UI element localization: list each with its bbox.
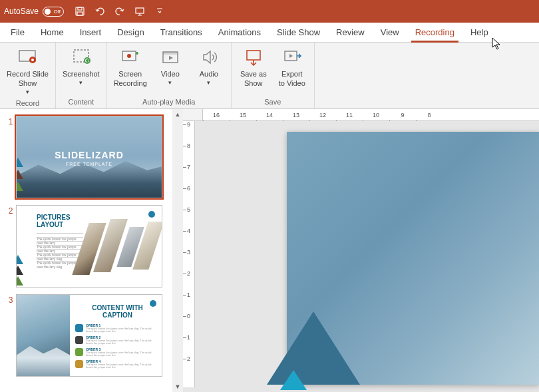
list-item: ORDER 2The quick brown fox jumps over th… <box>75 335 158 345</box>
menu-recording[interactable]: Recording <box>407 23 462 42</box>
slide-thumbnails-panel: 1 SLIDELIZARD FREE TEMPLATE 2 PICTURES L… <box>0 109 183 392</box>
svg-point-10 <box>127 54 131 58</box>
list-item: ORDER 1The quick brown fox jumps over th… <box>75 323 158 333</box>
video-icon <box>160 47 181 68</box>
slide1-subtitle: FREE TEMPLATE <box>17 162 162 166</box>
button-label: Screenshot <box>63 69 100 79</box>
menu-bar: FileHomeInsertDesignTransitionsAnimation… <box>0 23 539 43</box>
menu-file[interactable]: File <box>3 23 33 42</box>
svg-rect-2 <box>77 12 83 15</box>
svg-point-6 <box>31 59 34 61</box>
chevron-down-icon: ▾ <box>207 79 210 86</box>
button-label: Screen Recording <box>114 69 147 88</box>
autosave-switch[interactable]: Off <box>43 7 64 17</box>
ruler-tick: 12 <box>309 112 336 118</box>
thumbnails-scrollbar[interactable]: ▲ ▼ <box>172 109 183 392</box>
ruler-corner <box>183 109 203 121</box>
group-label: Save <box>234 97 311 108</box>
screenshot-icon <box>71 47 92 68</box>
export-to-video-button[interactable]: Export to Video <box>273 44 311 91</box>
svg-rect-3 <box>136 8 144 13</box>
svg-rect-1 <box>78 7 82 10</box>
ruler-tick: 2 <box>183 270 194 277</box>
ribbon: Record Slide Show▾RecordScreenshot▾Conte… <box>0 43 539 109</box>
scroll-up-icon[interactable]: ▲ <box>172 109 183 120</box>
ribbon-group-record: Record Slide Show▾Record <box>0 43 56 108</box>
group-label: Auto-play Media <box>110 97 228 108</box>
slide-thumbnail-2[interactable]: PICTURES LAYOUT The quick brown fox jump… <box>16 205 162 288</box>
redo-button[interactable] <box>110 3 129 20</box>
chevron-down-icon: ▾ <box>168 79 172 86</box>
screen-recording-button[interactable]: Screen Recording <box>110 44 151 91</box>
slide3-title: CONTENT WITH CAPTION <box>80 304 155 319</box>
record-slide-show-button[interactable]: Record Slide Show▾ <box>3 44 53 98</box>
button-label: Video <box>161 69 180 79</box>
ruler-tick: 0 <box>183 313 194 319</box>
thumbnail-row: 2 PICTURES LAYOUT The quick brown fox ju… <box>0 198 183 288</box>
ruler-tick: 7 <box>183 164 194 170</box>
slide-thumbnail-1[interactable]: SLIDELIZARD FREE TEMPLATE <box>16 116 162 198</box>
active-slide[interactable] <box>287 132 539 385</box>
slide-canvas[interactable]: 1615141312111098 987654321012 <box>183 109 539 392</box>
ruler-tick: 14 <box>256 112 283 118</box>
video-button[interactable]: Video▾ <box>151 44 190 89</box>
export-video-icon <box>281 47 303 68</box>
ruler-tick: 1 <box>183 334 194 341</box>
slide-thumbnail-3[interactable]: CONTENT WITH CAPTION ORDER 1The quick br… <box>16 294 162 377</box>
ruler-tick: 2 <box>183 355 194 362</box>
horizontal-ruler: 1615141312111098 <box>203 109 539 121</box>
ribbon-group-auto-play-media: Screen RecordingVideo▾Audio▾Auto-play Me… <box>107 43 232 108</box>
scroll-down-icon[interactable]: ▼ <box>172 381 183 392</box>
ruler-tick: 8 <box>416 112 443 118</box>
content-area: 1 SLIDELIZARD FREE TEMPLATE 2 PICTURES L… <box>0 109 539 392</box>
chevron-down-icon: ▾ <box>26 89 29 95</box>
present-button[interactable] <box>130 3 149 20</box>
menu-transitions[interactable]: Transitions <box>152 23 210 42</box>
menu-review[interactable]: Review <box>328 23 373 42</box>
menu-insert[interactable]: Insert <box>72 23 110 42</box>
button-label: Audio <box>200 69 218 79</box>
menu-help[interactable]: Help <box>462 23 496 42</box>
ruler-tick: 8 <box>183 142 194 149</box>
slide1-title: SLIDELIZARD <box>17 150 162 160</box>
button-label: Save as Show <box>240 69 267 88</box>
save-button[interactable] <box>71 3 89 20</box>
ruler-tick: 13 <box>283 112 309 118</box>
menu-view[interactable]: View <box>373 23 407 42</box>
ruler-tick: 6 <box>183 185 194 192</box>
ribbon-group-content: Screenshot▾Content <box>56 43 107 108</box>
screenshot-button[interactable]: Screenshot▾ <box>59 44 104 89</box>
autosave-label: AutoSave <box>4 7 39 16</box>
ruler-tick: 9 <box>389 112 416 118</box>
ruler-tick: 4 <box>183 228 194 234</box>
title-bar: AutoSave Off <box>0 0 539 23</box>
undo-button[interactable] <box>90 3 109 20</box>
ruler-tick: 10 <box>363 112 389 118</box>
menu-slide-show[interactable]: Slide Show <box>269 23 328 42</box>
quick-access-toolbar <box>71 3 169 20</box>
button-label: Record Slide Show <box>7 69 49 88</box>
ruler-tick: 9 <box>183 121 194 128</box>
record-slide-show-icon <box>17 47 38 68</box>
ruler-tick: 3 <box>183 249 194 256</box>
menu-design[interactable]: Design <box>109 23 152 42</box>
ribbon-group-save: Save as ShowExport to VideoSave <box>232 43 315 108</box>
vertical-ruler: 987654321012 <box>183 121 195 387</box>
audio-button[interactable]: Audio▾ <box>190 44 228 89</box>
menu-animations[interactable]: Animations <box>210 23 269 42</box>
save-as-show-button[interactable]: Save as Show <box>234 44 273 91</box>
list-item: ORDER 3The quick brown fox jumps over th… <box>75 347 158 357</box>
svg-rect-12 <box>163 52 178 55</box>
autosave-toggle[interactable]: AutoSave Off <box>4 7 64 17</box>
menu-home[interactable]: Home <box>33 23 72 42</box>
qat-customize[interactable] <box>150 3 169 20</box>
thumbnail-row: 3 CONTENT WITH CAPTION ORDER 1The quick … <box>0 288 183 377</box>
thumbnail-row: 1 SLIDELIZARD FREE TEMPLATE <box>0 109 183 198</box>
svg-rect-13 <box>247 51 260 60</box>
autosave-state: Off <box>54 9 61 15</box>
audio-icon <box>198 47 220 68</box>
list-item: ORDER 4The quick brown fox jumps over th… <box>75 359 158 369</box>
slide-number: 2 <box>5 205 16 288</box>
group-label: Content <box>59 97 104 108</box>
ruler-tick: 15 <box>230 112 256 118</box>
